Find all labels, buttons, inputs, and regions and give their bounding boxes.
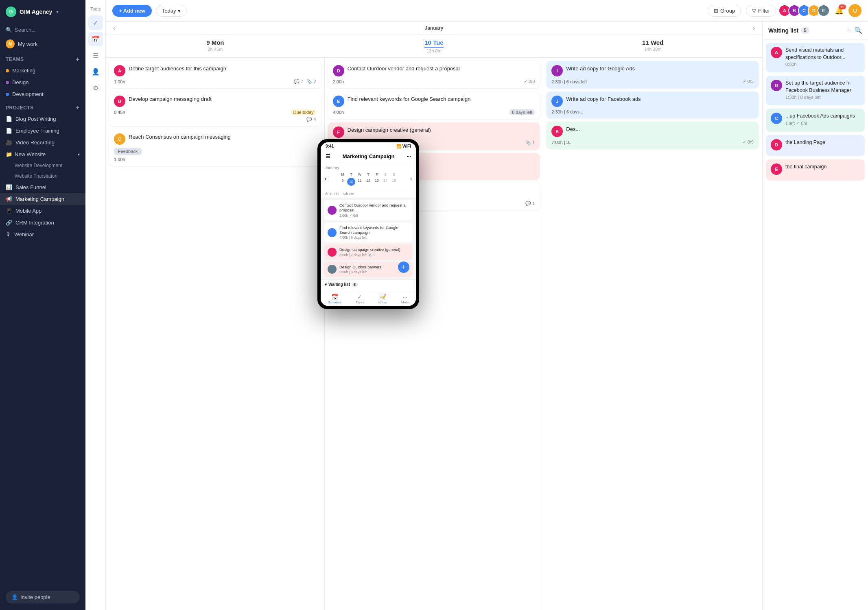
mobile-task-card[interactable]: Design campaign creative (general) 3:00h… [324,244,413,259]
today-label: Today [162,8,176,14]
mobile-cal-next[interactable]: › [410,176,412,182]
cal-day-13[interactable]: 13 [373,178,381,186]
mobile-menu-icon[interactable]: ☰ [326,153,330,159]
sidebar-item-sales-funnel[interactable]: 📊 Sales Funnel [0,181,85,193]
notification-button[interactable]: 🔔 12 [835,6,844,15]
attachment-icon: 📎 1 [525,140,535,146]
task-card[interactable]: K Des... 7:00h | 3... ✓ 0/9 [547,122,759,149]
sidebar-item-website-translation[interactable]: Website Translation [0,171,85,181]
today-button[interactable]: Today ▾ [156,5,187,17]
sidebar-item-mobile-app[interactable]: 📱 Mobile App [0,205,85,217]
toolbar-check-icon[interactable]: ✓ [88,15,103,30]
calendar-columns: A Define target audiences for this campa… [106,58,762,610]
mobile-task-card[interactable]: Find relevant keywords for Google Search… [324,222,413,243]
mobile-waiting-header: ▾ Waiting list 5 [325,282,412,287]
cal-day-9[interactable]: 9 [339,178,347,186]
mobile-task-title: Find relevant keywords for Google Search… [339,225,409,235]
task-card[interactable]: E Find relevant keywords for Google Sear… [328,92,540,119]
sidebar-item-design[interactable]: Design [0,76,85,88]
add-new-button[interactable]: + Add new [112,5,152,17]
wl-card-title: Send visual materials and specifications… [785,47,860,61]
task-icons: 💬 7 📎 2 [294,79,316,84]
sidebar-item-label: Marketing [12,68,35,74]
wl-card[interactable]: B Set up the target audience in Facebook… [766,76,865,105]
wl-card[interactable]: A Send visual materials and specificatio… [766,43,865,72]
task-title: Develop campaign messaging draft [129,96,212,103]
design-dot [6,81,9,84]
cal-day-12[interactable]: 12 [364,178,372,186]
projects-section: Projects + [0,100,85,113]
mobile-status-bar: 9:41 📶 WiFi [321,142,416,150]
mobile-task-sub: 2:00h ✓ 0/8 [339,214,409,218]
cal-day-14[interactable]: 14 [381,178,389,186]
mobile-more-icon[interactable]: ··· [407,153,411,159]
next-day-button[interactable]: › [750,24,757,32]
schedule-icon: 📅 [331,294,338,300]
wl-items: A Send visual materials and specificatio… [763,39,868,610]
mobile-tab-schedule[interactable]: 📅 Schedule [328,294,341,304]
wl-add-button[interactable]: + [847,26,851,34]
task-card[interactable]: A Define target audiences for this campa… [109,61,321,88]
mobile-tab-notes[interactable]: 📝 Notes [378,294,387,304]
mobile-tab-more[interactable]: ··· More [401,294,409,304]
filter-icon: ▽ [752,8,756,14]
mobile-task-card[interactable]: Contact Ourdoor vendor and request a pro… [324,200,413,220]
add-team-button[interactable]: + [76,56,80,63]
my-work-item[interactable]: M My work [0,36,85,52]
prev-day-button[interactable]: ‹ [111,24,118,32]
toolbar-calendar-icon[interactable]: 📅 [88,32,103,46]
sidebar-item-marketing[interactable]: Marketing [0,65,85,76]
add-project-button[interactable]: + [76,104,80,111]
cal-header-f: F [373,172,381,177]
toolbar-user-icon[interactable]: 👤 [88,64,103,79]
wl-card[interactable]: D the Landing Page [766,135,865,156]
invite-people-button[interactable]: 👤 Invite people [6,591,80,603]
mobile-mini-cal: January ‹ M T W T F S S [321,163,416,190]
mobile-tab-tasks[interactable]: ✓ Tasks [356,294,364,304]
filter-button[interactable]: ▽ Filter [746,5,776,17]
sidebar-item-new-website[interactable]: 📁 New Website ▾ [0,148,85,160]
task-title: Des... [566,126,580,133]
mobile-task-avatar [328,206,337,215]
sidebar-item-crm-integration[interactable]: 🔗 CRM Integration [0,217,85,229]
wl-card-title: ...up Facebook Ads campaigns [785,113,855,120]
wl-search-button[interactable]: 🔍 [854,26,862,34]
sidebar-item-webinar[interactable]: 🎙 Webinar [0,229,85,240]
cal-day-10[interactable]: 10 [347,178,355,186]
mobile-cal-prev[interactable]: ‹ [325,176,326,182]
cal-day-15[interactable]: 15 [390,178,398,186]
wl-card[interactable]: E the final campaign [766,159,865,181]
task-title: Write ad copy for Google Ads [566,65,635,72]
task-card[interactable]: J Write ad copy for Facebook ads 2:30h |… [547,92,759,118]
training-icon: 📄 [6,128,12,134]
task-meta: 4:00h 8 days left [333,109,535,115]
sidebar-item-video-recording[interactable]: 🎥 Video Recording [0,137,85,148]
task-card[interactable]: D Contact Ourdoor vendor and request a p… [328,61,540,88]
cal-day-11[interactable]: 11 [356,178,364,186]
task-avatar: C [114,133,125,145]
time-total-tue: 13h 0m [328,48,540,53]
sidebar-item-marketing-campaign[interactable]: 📢 Marketing Campaign [0,193,85,205]
toolbar-settings-icon[interactable]: ⚙ [88,81,103,95]
calendar-wrapper: ‹ January › 9 Mon 2h 45m 10 Tue 13h 0m 1… [106,22,868,610]
sidebar-item-website-development[interactable]: Website Development [0,160,85,171]
wl-card[interactable]: C ...up Facebook Ads campaigns s left ✓ … [766,109,865,132]
search-bar[interactable]: 🔍 Search... [0,24,85,36]
wl-avatar: D [771,139,782,150]
task-title: Reach Consensus on campaign messaging [129,133,231,141]
toolbar-list-icon[interactable]: ☰ [88,48,103,63]
comment-icon: 💬 7 [294,79,303,84]
mobile-fab-button[interactable]: + [398,261,409,273]
sidebar-item-blog-post-writing[interactable]: 📄 Blog Post Writing [0,113,85,125]
app-logo[interactable]: G GIM Agency ▾ [0,0,85,24]
task-card[interactable]: I Write ad copy for Google Ads 2:30h | 6… [547,61,759,88]
sidebar: G GIM Agency ▾ 🔍 Search... M My work Tea… [0,0,85,610]
group-button[interactable]: ⊞ Group [708,5,741,17]
sidebar-item-development[interactable]: Development [0,88,85,100]
group-label: Group [720,8,735,14]
user-avatar[interactable]: U [848,4,861,17]
task-card[interactable]: C Reach Consensus on campaign messaging … [109,129,321,166]
task-card[interactable]: B Develop campaign messaging draft 0:45h… [109,92,321,126]
sidebar-item-employee-training[interactable]: 📄 Employee Training [0,125,85,137]
teams-section: Teams + [0,52,85,65]
